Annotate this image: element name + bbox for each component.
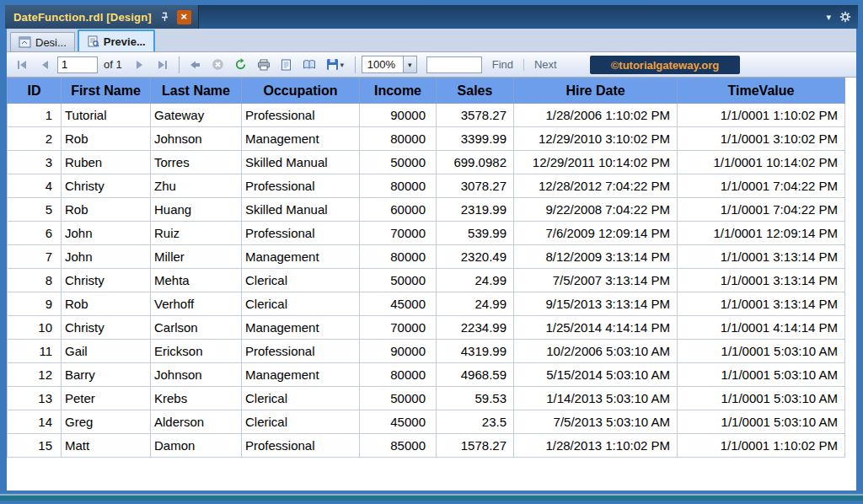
table-cell: 70000 — [360, 316, 437, 340]
table-cell: Barry — [62, 363, 151, 387]
table-cell: 14 — [8, 410, 62, 434]
table-cell: Management — [242, 316, 360, 340]
previous-page-button[interactable] — [35, 55, 55, 75]
table-row: 15MattDamonProfessional850001578.271/28/… — [8, 434, 845, 458]
table-cell: 10/2/2006 5:03:10 AM — [514, 340, 678, 363]
table-cell: Johnson — [151, 363, 242, 387]
page-number-input[interactable] — [57, 56, 98, 73]
close-icon[interactable]: × — [177, 10, 191, 24]
table-row: 3RubenTorresSkilled Manual50000699.09821… — [8, 151, 845, 174]
table-cell: 1/1/0001 4:14:14 PM — [678, 316, 845, 340]
window-menu-chevron-icon[interactable]: ▾ — [826, 13, 831, 22]
table-cell: Clerical — [242, 292, 360, 316]
table-cell: Huang — [151, 198, 242, 222]
table-row: 5RobHuangSkilled Manual600002319.999/22/… — [8, 198, 845, 222]
table-cell: Torres — [151, 151, 242, 174]
export-button[interactable]: ▾ — [322, 55, 349, 75]
table-row: 7JohnMillerManagement800002320.498/12/20… — [8, 245, 845, 269]
table-cell: 80000 — [360, 127, 437, 151]
table-cell: Peter — [62, 387, 151, 410]
find-input[interactable] — [426, 56, 482, 73]
table-cell: 50000 — [360, 387, 437, 410]
toolbar-separator — [355, 56, 356, 73]
table-row: 2RobJohnsonManagement800003399.9912/29/2… — [8, 127, 845, 151]
table-cell: Erickson — [151, 340, 242, 363]
table-cell: 50000 — [360, 151, 437, 174]
watermark-banner: ©tutorialgateway.org — [590, 56, 740, 74]
stop-button[interactable] — [208, 55, 228, 75]
table-cell: 1/1/0001 5:03:10 AM — [678, 410, 845, 434]
table-cell: 13 — [8, 387, 62, 410]
find-link[interactable]: Find — [485, 58, 521, 71]
print-button[interactable] — [254, 55, 274, 75]
design-icon — [19, 36, 31, 48]
export-dropdown-caret-icon: ▾ — [340, 61, 344, 69]
document-tab-title: DateFunction.rdl [Design] — [13, 11, 152, 24]
table-cell: 80000 — [360, 174, 437, 198]
table-cell: Skilled Manual — [242, 198, 360, 222]
table-cell: 1/1/0001 3:13:14 PM — [678, 269, 845, 292]
tab-preview-label: Previe... — [104, 35, 146, 48]
tab-design[interactable]: Desi... — [10, 32, 75, 51]
document-tab-datefunction[interactable]: DateFunction.rdl [Design] × — [5, 5, 199, 29]
zoom-dropdown-caret-icon[interactable]: ▾ — [403, 56, 416, 72]
page-setup-button[interactable] — [299, 55, 319, 75]
table-cell: Professional — [242, 174, 360, 198]
table-cell: 1578.27 — [437, 434, 514, 458]
print-layout-button[interactable] — [276, 55, 297, 75]
bottom-frame-accent — [0, 494, 863, 501]
table-cell: 80000 — [360, 245, 437, 269]
back-to-parent-button[interactable] — [185, 55, 206, 75]
table-cell: 1/1/0001 3:13:14 PM — [678, 245, 845, 269]
table-cell: 1/1/0001 7:04:22 PM — [678, 174, 845, 198]
table-cell: 3399.99 — [437, 127, 514, 151]
table-cell: 9/22/2008 7:04:22 PM — [514, 198, 678, 222]
table-cell: 539.99 — [437, 222, 514, 245]
table-cell: Alderson — [151, 410, 242, 434]
table-cell: 1/1/0001 1:10:02 PM — [678, 434, 845, 458]
table-cell: 1/1/0001 3:13:14 PM — [678, 292, 845, 316]
column-header-id: ID — [8, 78, 62, 104]
page-count-label: of 1 — [100, 58, 127, 71]
next-link[interactable]: Next — [527, 58, 565, 71]
table-cell: 1/1/0001 5:03:10 AM — [678, 363, 845, 387]
table-cell: 4968.59 — [437, 363, 514, 387]
table-cell: Professional — [242, 104, 360, 127]
last-page-button[interactable] — [153, 55, 173, 75]
table-cell: 15 — [8, 434, 62, 458]
table-cell: 23.5 — [437, 410, 514, 434]
table-cell: 9 — [8, 292, 62, 316]
designer-tab-strip: Desi... Previe... — [7, 29, 856, 52]
table-row: 4ChristyZhuProfessional800003078.2712/28… — [8, 174, 845, 198]
watermark-text: ©tutorialgateway.org — [611, 59, 720, 72]
table-cell: 12/29/2011 10:14:02 PM — [514, 151, 678, 174]
pin-icon[interactable] — [158, 10, 171, 24]
table-cell: 10 — [8, 316, 62, 340]
table-cell: Gail — [62, 340, 151, 363]
next-page-button[interactable] — [130, 55, 150, 75]
first-page-button[interactable] — [12, 55, 32, 75]
report-preview-area: IDFirst NameLast NameOccupationIncomeSal… — [7, 78, 856, 491]
table-cell: 12 — [8, 363, 62, 387]
table-cell: Greg — [62, 410, 151, 434]
table-cell: 6 — [8, 222, 62, 245]
table-cell: Krebs — [151, 387, 242, 410]
table-cell: Mehta — [151, 269, 242, 292]
table-cell: 90000 — [360, 340, 437, 363]
table-cell: Professional — [242, 340, 360, 363]
table-cell: 1/1/0001 3:10:02 PM — [678, 127, 845, 151]
table-cell: 4 — [8, 174, 62, 198]
table-cell: Management — [242, 127, 360, 151]
table-row: 14GregAldersonClerical4500023.57/5/2013 … — [8, 410, 845, 434]
zoom-select[interactable]: 100% ▾ — [362, 56, 417, 73]
table-cell: 1 — [8, 104, 62, 127]
table-cell: 1/1/0001 5:03:10 AM — [678, 387, 845, 410]
column-header-sales: Sales — [437, 78, 514, 104]
settings-gear-icon[interactable] — [839, 11, 851, 23]
table-cell: 3578.27 — [437, 104, 514, 127]
preview-toolbar: of 1 ▾ 100% ▾ — [7, 52, 856, 78]
table-row: 6JohnRuizProfessional70000539.997/6/2009… — [8, 222, 845, 245]
refresh-button[interactable] — [231, 55, 251, 75]
table-cell: Clerical — [242, 387, 360, 410]
tab-preview[interactable]: Previe... — [78, 29, 155, 51]
